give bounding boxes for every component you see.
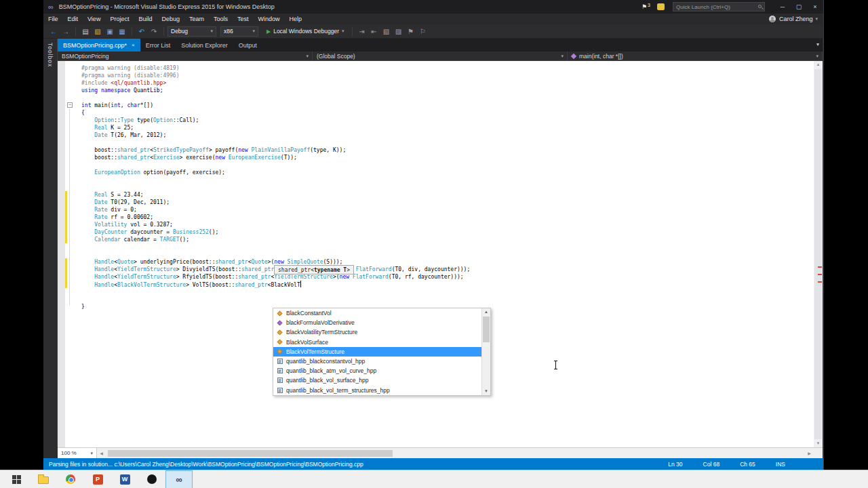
code-line[interactable]: boost::shared_ptr<Exercise> exercise(new… [81, 154, 470, 161]
visual-studio[interactable]: ∞ [165, 470, 193, 488]
code-line[interactable]: #pragma warning (disable:4819) [81, 64, 470, 72]
code-line[interactable]: Calendar calendar = TARGET(); [81, 236, 470, 243]
bookmark-clear-icon[interactable]: ⚐ [418, 28, 429, 35]
menu-help[interactable]: Help [285, 14, 307, 24]
powerpoint[interactable]: P [84, 470, 111, 488]
file-explorer[interactable] [30, 470, 57, 488]
save-all-icon[interactable]: ▦ [117, 28, 127, 35]
menu-window[interactable]: Window [254, 14, 285, 24]
member-dropdown[interactable]: main(int, char *[]) ▾ [568, 52, 823, 60]
completion-item[interactable]: #quantlib_black_atm_vol_curve_hpp [273, 366, 481, 375]
code-line[interactable] [81, 288, 470, 296]
completion-item[interactable]: #quantlib_black_vol_surface_hpp [273, 375, 481, 385]
code-line[interactable]: boost::shared_ptr<StrikedTypePayoff> pay… [81, 146, 470, 154]
indent-icon[interactable]: ⇥ [357, 28, 368, 35]
completion-item[interactable]: BlackConstantVol [273, 308, 481, 318]
menu-team[interactable]: Team [184, 14, 209, 24]
horizontal-scrollbar-thumb[interactable] [108, 450, 393, 457]
scroll-down-icon[interactable]: ▼ [482, 388, 490, 395]
menu-file[interactable]: File [43, 14, 63, 24]
code-line[interactable]: Handle<BlackVolTermStructure> VolTS(boos… [81, 281, 470, 288]
code-line[interactable] [81, 94, 470, 102]
start-button[interactable] [3, 470, 30, 488]
forward-icon[interactable]: → [60, 28, 71, 35]
code-line[interactable]: using namespace QuantLib; [81, 87, 470, 94]
solution-platforms-dropdown[interactable]: x86 ▾ [220, 26, 258, 37]
zoom-dropdown[interactable]: 100 % ▾ [58, 448, 97, 458]
solution-configurations-dropdown[interactable]: Debug ▾ [167, 26, 216, 37]
code-line[interactable]: DayCounter daycounter = Business252(); [81, 228, 470, 236]
code-line[interactable]: Volatility vol = 0.3287; [81, 221, 470, 228]
code-line[interactable] [81, 176, 470, 184]
menu-project[interactable]: Project [105, 14, 134, 24]
close-button[interactable]: × [807, 0, 823, 14]
maximize-button[interactable]: ▢ [791, 0, 807, 14]
new-file-icon[interactable]: ▤ [80, 28, 91, 35]
account-menu[interactable]: Carol Zheng ▾ [769, 16, 818, 22]
code-line[interactable]: EuropeanOption option(payoff, exercise); [81, 169, 470, 176]
intellisense-scrollbar[interactable]: ▲ ▼ [481, 308, 490, 395]
code-line[interactable]: int main(int, char*[]) [81, 102, 470, 109]
code-line[interactable]: Date T(26, Mar, 2012); [81, 131, 470, 139]
scroll-up-icon[interactable]: ▲ [814, 61, 823, 68]
redo-icon[interactable]: ↷ [149, 28, 159, 35]
code-line[interactable]: Option::Type type(Option::Call); [81, 117, 470, 124]
code-line[interactable] [81, 184, 470, 191]
completion-item[interactable]: BlackVolatilityTermStructure [273, 327, 481, 337]
code-line[interactable]: { [81, 109, 470, 117]
code-line[interactable]: #include <ql/quantlib.hpp> [81, 79, 470, 87]
quick-launch-input[interactable]: Quick Launch (Ctrl+Q) [673, 2, 765, 12]
completion-item[interactable]: #quantlib_blackconstantvol_hpp [273, 357, 481, 366]
code-line[interactable]: Date T0(29, Dec, 2011); [81, 199, 470, 206]
word[interactable]: W [111, 470, 138, 488]
code-line[interactable] [81, 139, 470, 146]
menu-test[interactable]: Test [233, 14, 254, 24]
code-line[interactable] [81, 296, 470, 303]
feedback-icon[interactable] [657, 3, 665, 10]
document-well-dropdown-icon[interactable]: ▾ [816, 41, 819, 47]
start-debugging-button[interactable]: ▶ Local Windows Debugger ▾ [262, 28, 349, 35]
completion-item[interactable]: #quantlib_black_vol_term_structures_hpp [273, 386, 481, 395]
tab-error-list[interactable]: Error List [140, 39, 176, 52]
scroll-up-icon[interactable]: ▲ [482, 308, 490, 316]
horizontal-scrollbar[interactable]: ◀ ▶ [97, 448, 814, 458]
back-icon[interactable]: ← [48, 28, 59, 35]
toolbox-tab[interactable]: Toolbox [47, 43, 54, 67]
chrome[interactable] [57, 470, 84, 488]
spotify[interactable] [138, 470, 165, 488]
scope-dropdown[interactable]: (Global Scope) ▾ [313, 52, 568, 60]
open-file-icon[interactable]: ▧ [92, 28, 103, 35]
outdent-icon[interactable]: ⇤ [369, 28, 380, 35]
minimize-button[interactable]: ─ [774, 0, 791, 14]
scroll-down-icon[interactable]: ▼ [814, 440, 823, 447]
tab-output[interactable]: Output [233, 39, 262, 52]
menu-edit[interactable]: Edit [63, 14, 83, 24]
code-line[interactable]: Rate div = 0; [81, 206, 470, 214]
completion-item[interactable]: BlackVolSurface [273, 338, 481, 347]
save-icon[interactable]: ▣ [104, 28, 115, 35]
menu-tools[interactable]: Tools [209, 14, 233, 24]
code-line[interactable]: #pragma warning (disable:4996) [81, 72, 470, 79]
vertical-scrollbar[interactable]: ▲ ▼ [814, 61, 823, 447]
indicator-margin[interactable] [58, 61, 65, 447]
scroll-right-icon[interactable]: ▶ [805, 448, 814, 458]
code-line[interactable]: Real S = 23.44; [81, 191, 470, 199]
bookmark-icon[interactable]: ⚑ [406, 28, 416, 35]
menu-debug[interactable]: Debug [157, 14, 184, 24]
tab-solution-explorer[interactable]: Solution Explorer [176, 39, 233, 52]
menu-view[interactable]: View [83, 14, 105, 24]
undo-icon[interactable]: ↶ [136, 28, 147, 35]
completion-item[interactable]: blackFormulaVolDerivative [273, 318, 481, 327]
uncomment-icon[interactable]: ▨ [393, 28, 404, 35]
code-line[interactable]: Rate rf = 0.00602; [81, 214, 470, 221]
code-line[interactable] [81, 243, 470, 251]
project-dropdown[interactable]: BSMOptionPricing ▾ [58, 52, 313, 60]
intellisense-scrollbar-thumb[interactable] [483, 317, 490, 342]
fold-collapse-icon[interactable]: − [67, 102, 73, 108]
vertical-scrollbar-thumb[interactable] [814, 69, 822, 439]
notifications-button[interactable]: ⚑ 3 [642, 3, 650, 10]
completion-item[interactable]: BlackVolTermStructure [273, 347, 481, 357]
tab-bsmoptionpricing-cpp-[interactable]: BSMOptionPricing.cpp*× [58, 39, 140, 52]
tab-close-icon[interactable]: × [132, 42, 135, 48]
code-line[interactable]: Real K = 25; [81, 124, 470, 131]
